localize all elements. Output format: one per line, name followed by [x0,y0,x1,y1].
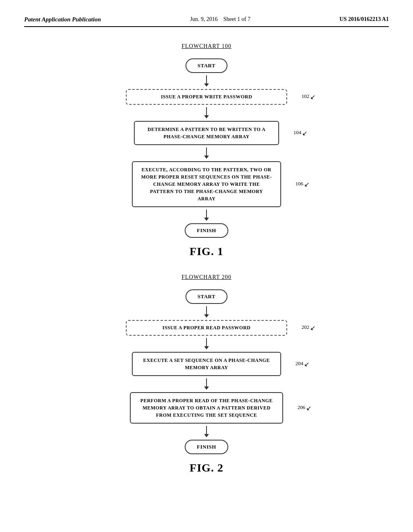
arrow-head [204,156,209,159]
flowchart-1: FLOWCHART 100 START ISSUE A PROPER WRITE… [24,43,389,262]
finish-node-1: FINISH [185,223,228,238]
step-204-label: 204 ↙ [296,360,310,368]
arrow-head [204,387,209,390]
finish-shape-1: FINISH [185,223,228,238]
step-206-label: 206 ↙ [298,404,312,412]
step-102-row: ISSUE A PROPER WRITE PASSWORD 102 ↙ [126,89,287,105]
arrow-6 [204,338,209,349]
step-102-num: 102 [302,93,310,100]
arrow-line [206,338,207,346]
date: Jun. 9, 2016 [190,16,217,22]
step-106-row: EXECUTE, ACCORDING TO THE PATTERN, TWO O… [132,161,281,207]
step-106-shape: EXECUTE, ACCORDING TO THE PATTERN, TWO O… [132,161,281,207]
step-202-shape: ISSUE A PROPER READ PASSWORD [126,320,287,336]
arrow-8 [204,426,209,437]
step-104-text: DETERMINE A PATTERN TO BE WRITTEN TO A P… [148,127,266,139]
step-104-label: 104 ↙ [294,129,308,137]
page-header: Patent Application Publication Jun. 9, 2… [24,16,389,27]
arrow-head [204,346,209,349]
arrow-head [204,218,209,221]
start-shape-2: START [186,289,227,304]
arrow-head [204,83,209,87]
patent-number: US 2016/0162213 A1 [340,16,389,23]
flowchart-2: FLOWCHART 200 START ISSUE A PROPER READ … [24,274,389,478]
arrow-head [204,434,209,437]
step-106-text: EXECUTE, ACCORDING TO THE PATTERN, TWO O… [141,167,272,202]
date-sheet: Jun. 9, 2016 Sheet 1 of 7 [190,16,250,23]
step-206-num: 206 [298,404,306,411]
curve-mark-106: ↙ [304,181,309,188]
start-node-2: START [186,289,227,304]
sheet: Sheet 1 of 7 [223,16,250,22]
arrow-5 [204,306,209,318]
arrow-line [206,426,207,434]
curve-mark-102: ↙ [310,93,315,101]
fig2-label: FIG. 2 [190,461,223,474]
start-node-1: START [186,58,227,73]
curve-mark-202: ↙ [310,324,315,332]
step-206-shape: PERFORM A PROPER READ OF THE PHASE-CHANG… [130,392,283,424]
arrow-2 [204,107,209,118]
step-206-row: PERFORM A PROPER READ OF THE PHASE-CHANG… [130,392,283,424]
arrow-line [206,210,207,218]
arrow-line [206,75,207,83]
arrow-7 [204,378,209,390]
arrow-line [206,107,207,115]
arrow-line [206,148,207,156]
arrow-line [206,378,207,387]
arrow-3 [204,148,209,159]
finish-node-2: FINISH [185,440,228,454]
fig1-label: FIG. 1 [190,245,223,258]
step-104-row: DETERMINE A PATTERN TO BE WRITTEN TO A P… [134,121,279,145]
step-202-text: ISSUE A PROPER READ PASSWORD [163,325,250,330]
arrow-4 [204,210,209,221]
step-204-row: EXECUTE A SET SEQUENCE ON A PHASE-CHANGE… [132,352,281,376]
finish-shape-2: FINISH [185,440,228,454]
step-204-text: EXECUTE A SET SEQUENCE ON A PHASE-CHANGE… [143,357,270,370]
step-102-shape: ISSUE A PROPER WRITE PASSWORD [126,89,287,105]
start-shape-1: START [186,58,227,73]
step-102-text: ISSUE A PROPER WRITE PASSWORD [161,94,252,100]
step-206-text: PERFORM A PROPER READ OF THE PHASE-CHANG… [140,398,273,418]
step-202-label: 202 ↙ [302,324,316,332]
arrow-1 [204,75,209,87]
step-104-num: 104 [294,129,302,136]
curve-mark-206: ↙ [306,404,311,412]
step-204-shape: EXECUTE A SET SEQUENCE ON A PHASE-CHANGE… [132,352,281,376]
arrow-head [204,314,209,318]
step-104-shape: DETERMINE A PATTERN TO BE WRITTEN TO A P… [134,121,279,145]
flowchart1-title: FLOWCHART 100 [181,43,232,50]
arrow-head [204,115,209,118]
step-106-label: 106 ↙ [296,181,310,188]
step-202-num: 202 [302,324,310,330]
curve-mark-204: ↙ [304,360,309,368]
step-202-row: ISSUE A PROPER READ PASSWORD 202 ↙ [126,320,287,336]
step-106-num: 106 [296,181,304,187]
arrow-line [206,306,207,314]
flowchart2-title: FLOWCHART 200 [181,274,232,281]
step-102-label: 102 ↙ [302,93,316,101]
publication-label: Patent Application Publication [24,16,101,23]
step-204-num: 204 [296,360,304,367]
curve-mark-104: ↙ [302,129,307,137]
patent-page: Patent Application Publication Jun. 9, 2… [0,0,413,532]
